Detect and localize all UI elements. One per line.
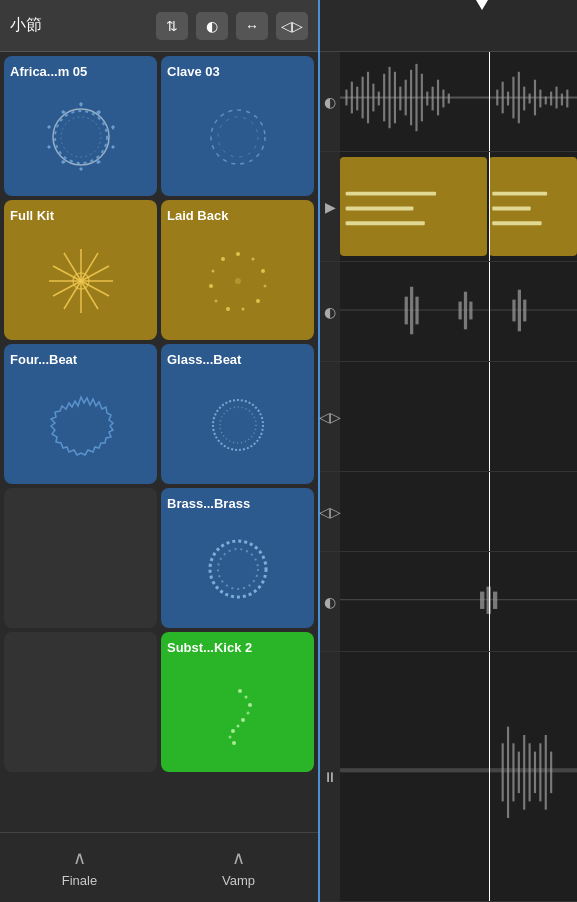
svg-point-35 [244, 695, 247, 698]
playhead-line-6 [489, 552, 490, 651]
svg-rect-103 [523, 735, 525, 810]
pad-fourbeat[interactable]: Four...Beat [4, 344, 157, 484]
halfmoon-icon-3: ◐ [324, 304, 336, 320]
pad-africa[interactable]: Africa...m 05 [4, 56, 157, 196]
track-control-4[interactable]: ◁▷ [320, 362, 340, 471]
playhead-line-4 [489, 362, 490, 471]
expand-icon: ◁▷ [281, 18, 303, 34]
right-panel: ◐ [320, 0, 577, 902]
svg-rect-94 [340, 599, 577, 600]
track-control-bottom[interactable]: ⏸ [320, 652, 340, 901]
arrows-button[interactable]: ↔ [236, 12, 268, 40]
svg-rect-81 [493, 192, 548, 196]
svg-point-40 [231, 729, 235, 733]
sort-icon: ⇅ [166, 18, 178, 34]
fourbeat-waveform-icon [41, 385, 121, 465]
svg-point-20 [261, 269, 265, 273]
svg-rect-89 [464, 292, 467, 330]
svg-rect-54 [399, 87, 401, 111]
pad-glassbeat[interactable]: Glass...Beat [161, 344, 314, 484]
gold-pattern-right [489, 157, 577, 256]
svg-point-2 [61, 117, 101, 157]
svg-point-34 [238, 689, 242, 693]
pad-empty-1[interactable] [4, 488, 157, 628]
svg-rect-64 [496, 90, 498, 106]
vamp-button[interactable]: ∧ Vamp [159, 833, 318, 902]
track-control-5[interactable]: ◁▷ [320, 472, 340, 551]
svg-point-36 [248, 703, 252, 707]
track-row-5: ◁▷ [320, 472, 577, 552]
svg-rect-45 [351, 82, 353, 114]
svg-rect-95 [480, 592, 484, 609]
moon-icon: ◐ [206, 18, 218, 34]
svg-rect-50 [378, 92, 380, 106]
pad-empty-2[interactable] [4, 632, 157, 772]
svg-rect-76 [561, 94, 563, 106]
waveform-1 [340, 52, 577, 151]
svg-rect-92 [518, 290, 521, 332]
pad-brass-label: Brass...Brass [167, 496, 250, 511]
waveform-bottom [340, 652, 577, 901]
svg-point-28 [221, 257, 225, 261]
track-content-5 [340, 472, 577, 551]
pad-clave[interactable]: Clave 03 [161, 56, 314, 196]
svg-rect-87 [415, 297, 418, 325]
arrows-icon: ↔ [245, 18, 259, 34]
halfmoon-icon-6: ◐ [324, 594, 336, 610]
svg-rect-65 [502, 82, 504, 114]
expand-icon-5: ◁▷ [319, 504, 341, 520]
pad-brass[interactable]: Brass...Brass [161, 488, 314, 628]
svg-rect-59 [426, 92, 428, 106]
pad-laidback-label: Laid Back [167, 208, 228, 223]
svg-rect-60 [432, 87, 434, 111]
pad-africa-visual [10, 83, 151, 190]
svg-point-21 [263, 284, 266, 287]
svg-rect-90 [469, 302, 472, 320]
svg-rect-74 [550, 92, 552, 106]
svg-rect-62 [442, 90, 444, 108]
moon-button[interactable]: ◐ [196, 12, 228, 40]
svg-rect-63 [448, 94, 450, 104]
svg-rect-97 [493, 592, 497, 609]
svg-rect-68 [518, 72, 520, 123]
svg-point-4 [218, 117, 258, 157]
pad-fullkit[interactable]: Full Kit [4, 200, 157, 340]
svg-rect-55 [405, 80, 407, 116]
svg-point-39 [236, 724, 239, 727]
track-content-1 [340, 52, 577, 151]
svg-rect-88 [459, 302, 462, 320]
svg-rect-75 [555, 87, 557, 109]
svg-point-41 [228, 735, 231, 738]
expand-button[interactable]: ◁▷ [276, 12, 308, 40]
pad-laidback[interactable]: Laid Back [161, 200, 314, 340]
svg-rect-53 [394, 72, 396, 123]
svg-rect-56 [410, 70, 412, 125]
track-content-bottom [340, 652, 577, 901]
svg-rect-43 [340, 97, 577, 99]
beat-lines-left [340, 157, 487, 256]
track-control-1[interactable]: ◐ [320, 52, 340, 151]
svg-point-33 [218, 549, 258, 589]
left-panel: 小節 ⇅ ◐ ↔ ◁▷ Africa...m 05 [0, 0, 320, 902]
sort-button[interactable]: ⇅ [156, 12, 188, 40]
playhead-line-1 [489, 52, 490, 151]
svg-point-27 [211, 269, 214, 272]
track-control-6[interactable]: ◐ [320, 552, 340, 651]
svg-rect-80 [346, 221, 425, 225]
svg-rect-61 [437, 80, 439, 116]
pad-glassbeat-visual [167, 371, 308, 478]
main-container: 小節 ⇅ ◐ ↔ ◁▷ Africa...m 05 [0, 0, 577, 902]
svg-rect-69 [523, 87, 525, 111]
svg-point-19 [251, 257, 254, 260]
finale-button[interactable]: ∧ Finale [0, 833, 159, 902]
svg-rect-49 [372, 84, 374, 112]
pad-subst[interactable]: Subst...Kick 2 [161, 632, 314, 772]
pad-subst-visual [167, 659, 308, 766]
track-control-2[interactable]: ▶ [320, 152, 340, 261]
svg-rect-48 [367, 72, 369, 123]
track-row-6: ◐ [320, 552, 577, 652]
svg-rect-58 [421, 74, 423, 122]
svg-rect-101 [512, 743, 514, 801]
finale-label: Finale [62, 873, 97, 888]
track-control-3[interactable]: ◐ [320, 262, 340, 361]
